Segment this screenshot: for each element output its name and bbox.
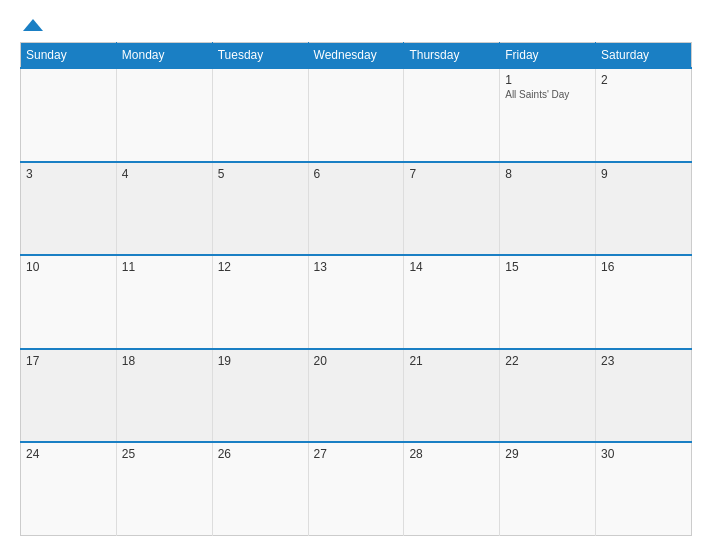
calendar-cell (116, 68, 212, 162)
calendar-cell: 11 (116, 255, 212, 349)
calendar-cell: 4 (116, 162, 212, 256)
day-header-friday: Friday (500, 43, 596, 69)
calendar-cell: 22 (500, 349, 596, 443)
calendar-cell: 12 (212, 255, 308, 349)
calendar-cell: 24 (21, 442, 117, 536)
day-number: 9 (601, 167, 686, 181)
day-number: 6 (314, 167, 399, 181)
day-header-saturday: Saturday (596, 43, 692, 69)
day-number: 8 (505, 167, 590, 181)
calendar-cell: 18 (116, 349, 212, 443)
day-number: 27 (314, 447, 399, 461)
calendar-cell: 13 (308, 255, 404, 349)
day-header-monday: Monday (116, 43, 212, 69)
calendar-cell: 5 (212, 162, 308, 256)
calendar-cell: 28 (404, 442, 500, 536)
day-number: 29 (505, 447, 590, 461)
week-row-2: 3456789 (21, 162, 692, 256)
day-header-thursday: Thursday (404, 43, 500, 69)
page: SundayMondayTuesdayWednesdayThursdayFrid… (0, 0, 712, 550)
calendar-cell: 8 (500, 162, 596, 256)
holiday-label: All Saints' Day (505, 89, 590, 100)
day-number: 4 (122, 167, 207, 181)
calendar-cell (308, 68, 404, 162)
week-row-1: 1All Saints' Day2 (21, 68, 692, 162)
day-number: 7 (409, 167, 494, 181)
day-number: 17 (26, 354, 111, 368)
week-row-5: 24252627282930 (21, 442, 692, 536)
logo-flag-icon (22, 18, 44, 32)
day-header-tuesday: Tuesday (212, 43, 308, 69)
calendar-cell: 26 (212, 442, 308, 536)
calendar-cell: 30 (596, 442, 692, 536)
calendar-cell: 1All Saints' Day (500, 68, 596, 162)
calendar-cell: 16 (596, 255, 692, 349)
calendar-cell: 20 (308, 349, 404, 443)
calendar-cell: 29 (500, 442, 596, 536)
calendar-cell: 25 (116, 442, 212, 536)
calendar-table: SundayMondayTuesdayWednesdayThursdayFrid… (20, 42, 692, 536)
calendar-cell: 27 (308, 442, 404, 536)
header (20, 18, 692, 32)
calendar-cell: 14 (404, 255, 500, 349)
day-number: 30 (601, 447, 686, 461)
calendar-cell (404, 68, 500, 162)
day-number: 5 (218, 167, 303, 181)
calendar-cell: 9 (596, 162, 692, 256)
logo (20, 18, 44, 32)
day-number: 25 (122, 447, 207, 461)
calendar-cell (21, 68, 117, 162)
day-number: 2 (601, 73, 686, 87)
day-number: 12 (218, 260, 303, 274)
day-number: 23 (601, 354, 686, 368)
calendar-cell: 17 (21, 349, 117, 443)
day-number: 28 (409, 447, 494, 461)
week-row-3: 10111213141516 (21, 255, 692, 349)
calendar-cell: 7 (404, 162, 500, 256)
day-number: 3 (26, 167, 111, 181)
day-number: 14 (409, 260, 494, 274)
day-number: 11 (122, 260, 207, 274)
svg-marker-0 (23, 19, 43, 31)
calendar-cell: 23 (596, 349, 692, 443)
calendar-cell: 6 (308, 162, 404, 256)
day-number: 22 (505, 354, 590, 368)
calendar-cell (212, 68, 308, 162)
day-number: 24 (26, 447, 111, 461)
day-number: 18 (122, 354, 207, 368)
day-number: 16 (601, 260, 686, 274)
week-row-4: 17181920212223 (21, 349, 692, 443)
day-number: 1 (505, 73, 590, 87)
day-header-wednesday: Wednesday (308, 43, 404, 69)
day-number: 19 (218, 354, 303, 368)
day-number: 13 (314, 260, 399, 274)
day-number: 20 (314, 354, 399, 368)
day-header-sunday: Sunday (21, 43, 117, 69)
calendar-cell: 10 (21, 255, 117, 349)
calendar-cell: 15 (500, 255, 596, 349)
day-number: 26 (218, 447, 303, 461)
day-number: 15 (505, 260, 590, 274)
day-headers-row: SundayMondayTuesdayWednesdayThursdayFrid… (21, 43, 692, 69)
calendar-cell: 19 (212, 349, 308, 443)
calendar-cell: 21 (404, 349, 500, 443)
day-number: 21 (409, 354, 494, 368)
day-number: 10 (26, 260, 111, 274)
calendar-cell: 3 (21, 162, 117, 256)
calendar-cell: 2 (596, 68, 692, 162)
